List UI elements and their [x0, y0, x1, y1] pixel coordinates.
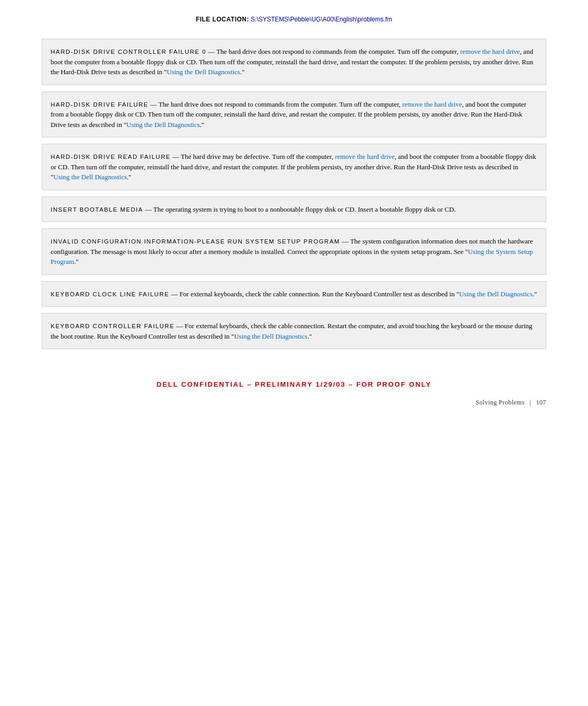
entry-link[interactable]: remove the hard drive: [402, 100, 462, 108]
entry-body-text: The hard drive does not respond to comma…: [159, 100, 403, 108]
entry-link[interactable]: Using the Dell Diagnostics: [53, 173, 126, 181]
entry-title: HARD-DISK DRIVE FAILURE: [51, 101, 148, 108]
entry-box: KEYBOARD CLOCK LINE FAILURE — For extern…: [42, 281, 546, 307]
entry-link[interactable]: Using the Dell Diagnostics: [459, 290, 532, 298]
entry-body-text: .": [240, 68, 245, 76]
entry-box: KEYBOARD CONTROLLER FAILURE — For extern…: [42, 313, 546, 349]
entry-title: INVALID CONFIGURATION INFORMATION-PLEASE…: [51, 238, 340, 245]
entry-dash: —: [169, 290, 180, 298]
entry-body-text: .": [74, 258, 79, 265]
file-location-label: FILE LOCATION:: [196, 16, 249, 23]
entry-body-text: The hard drive may be defective. Turn of…: [181, 153, 335, 160]
entry-link[interactable]: Using the Dell Diagnostics: [234, 332, 307, 340]
entry-body-text: .": [533, 290, 537, 298]
entry-title: INSERT BOOTABLE MEDIA: [51, 206, 143, 213]
entry-title: HARD-DISK DRIVE CONTROLLER FAILURE 0: [51, 49, 206, 55]
footer-page-label: Solving Problems: [476, 399, 525, 406]
file-location-path: S:\SYSTEMS\Pebble\UG\A00\English\problem…: [251, 16, 392, 23]
entry-body-text: The hard drive does not respond to comma…: [216, 48, 460, 55]
entry-dash: —: [171, 153, 181, 160]
entry-box: HARD-DISK DRIVE FAILURE — The hard drive…: [42, 91, 546, 138]
entry-title: KEYBOARD CLOCK LINE FAILURE: [51, 291, 169, 297]
entry-body-text: .": [200, 121, 205, 129]
entry-box: INVALID CONFIGURATION INFORMATION-PLEASE…: [42, 228, 546, 275]
footer-page-number: 107: [536, 399, 547, 406]
entry-dash: —: [206, 48, 216, 55]
entry-dash: —: [174, 322, 185, 330]
entry-body-text: For external keyboards, check the cable …: [180, 290, 460, 298]
entry-link[interactable]: Using the Dell Diagnostics: [126, 121, 199, 129]
entry-body-text: .": [308, 332, 312, 340]
entry-box: HARD-DISK DRIVE CONTROLLER FAILURE 0 — T…: [42, 39, 546, 85]
footer-confidential-text: DELL CONFIDENTIAL – PRELIMINARY 1/29/03 …: [42, 380, 546, 388]
file-location-bar: FILE LOCATION: S:\SYSTEMS\Pebble\UG\A00\…: [42, 16, 546, 23]
entry-title: HARD-DISK DRIVE READ FAILURE: [51, 154, 171, 160]
entry-title: KEYBOARD CONTROLLER FAILURE: [51, 323, 174, 329]
footer-page: Solving Problems | 107: [42, 399, 546, 407]
entry-dash: —: [340, 237, 350, 245]
footer-page-separator: |: [530, 399, 531, 406]
footer-confidential: DELL CONFIDENTIAL – PRELIMINARY 1/29/03 …: [42, 380, 546, 388]
page-container: FILE LOCATION: S:\SYSTEMS\Pebble\UG\A00\…: [0, 0, 588, 706]
entry-body-text: The operating system is trying to boot t…: [153, 205, 455, 213]
entry-link[interactable]: Using the Dell Diagnostics: [167, 68, 240, 76]
entry-box: HARD-DISK DRIVE READ FAILURE — The hard …: [42, 144, 546, 190]
content-area: HARD-DISK DRIVE CONTROLLER FAILURE 0 — T…: [42, 39, 546, 349]
entry-box: INSERT BOOTABLE MEDIA — The operating sy…: [42, 196, 546, 223]
entry-link[interactable]: remove the hard drive: [460, 48, 520, 55]
entry-dash: —: [143, 205, 153, 213]
entry-link[interactable]: remove the hard drive: [335, 153, 394, 160]
entry-dash: —: [148, 100, 158, 108]
entry-body-text: .": [127, 173, 132, 181]
